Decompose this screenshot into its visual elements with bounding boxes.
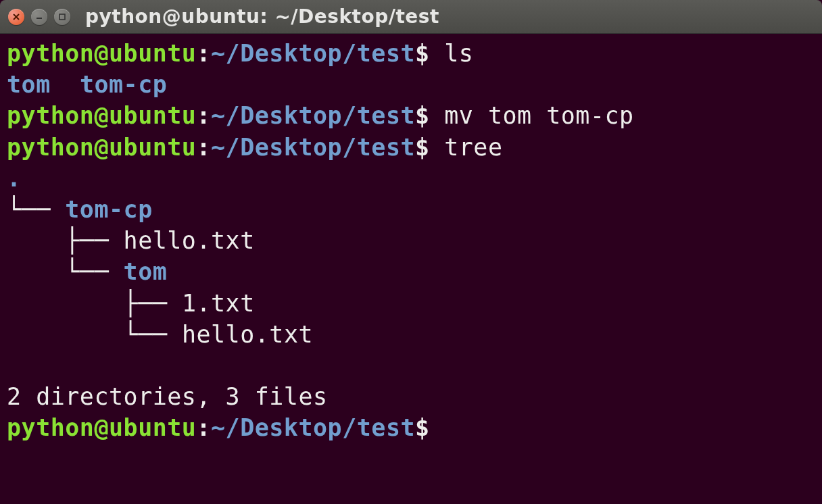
prompt-path: ~/Desktop/test bbox=[211, 102, 415, 129]
minimize-icon bbox=[35, 13, 43, 21]
prompt-path: ~/Desktop/test bbox=[211, 134, 415, 161]
close-icon bbox=[12, 13, 20, 21]
prompt-path: ~/Desktop/test bbox=[211, 414, 415, 441]
tree-dir: tom bbox=[124, 258, 168, 285]
tree-summary: 2 directories, 3 files bbox=[7, 383, 328, 410]
tree-branch: └── bbox=[7, 196, 65, 223]
tree-branch: ├── bbox=[7, 227, 124, 254]
prompt-symbol: $ bbox=[415, 40, 430, 67]
tree-file: 1.txt bbox=[182, 290, 255, 317]
terminal-window: python@ubuntu: ~/Desktop/test python@ubu… bbox=[0, 0, 822, 504]
command-mv: mv tom tom-cp bbox=[444, 102, 633, 129]
prompt-colon: : bbox=[196, 40, 211, 67]
prompt-userhost: python@ubuntu bbox=[7, 40, 196, 67]
maximize-button[interactable] bbox=[54, 9, 70, 25]
prompt-userhost: python@ubuntu bbox=[7, 102, 196, 129]
tree-dir: tom-cp bbox=[65, 196, 152, 223]
tree-branch: └── bbox=[7, 258, 124, 285]
maximize-icon bbox=[58, 13, 66, 21]
tree-root: . bbox=[7, 165, 22, 192]
prompt-colon: : bbox=[196, 134, 211, 161]
prompt-userhost: python@ubuntu bbox=[7, 414, 196, 441]
prompt-path: ~/Desktop/test bbox=[211, 40, 415, 67]
close-button[interactable] bbox=[8, 9, 24, 25]
terminal-body[interactable]: python@ubuntu:~/Desktop/test$ ls tom tom… bbox=[0, 34, 822, 504]
prompt-symbol: $ bbox=[415, 102, 430, 129]
titlebar: python@ubuntu: ~/Desktop/test bbox=[0, 0, 822, 34]
command-ls: ls bbox=[444, 40, 473, 67]
tree-file: hello.txt bbox=[182, 321, 313, 348]
terminal-output: python@ubuntu:~/Desktop/test$ ls tom tom… bbox=[7, 38, 815, 443]
tree-branch: ├── bbox=[7, 290, 182, 317]
prompt-userhost: python@ubuntu bbox=[7, 134, 196, 161]
command-tree: tree bbox=[444, 134, 502, 161]
prompt-colon: : bbox=[196, 414, 211, 441]
prompt-symbol: $ bbox=[415, 134, 430, 161]
ls-output-dir: tom bbox=[7, 71, 51, 98]
ls-output-dir: tom-cp bbox=[80, 71, 167, 98]
svg-rect-3 bbox=[59, 14, 65, 20]
minimize-button[interactable] bbox=[31, 9, 47, 25]
window-controls bbox=[8, 9, 70, 25]
tree-file: hello.txt bbox=[124, 227, 255, 254]
prompt-colon: : bbox=[196, 102, 211, 129]
prompt-symbol: $ bbox=[415, 414, 430, 441]
window-title: python@ubuntu: ~/Desktop/test bbox=[85, 5, 439, 28]
tree-branch: └── bbox=[7, 321, 182, 348]
